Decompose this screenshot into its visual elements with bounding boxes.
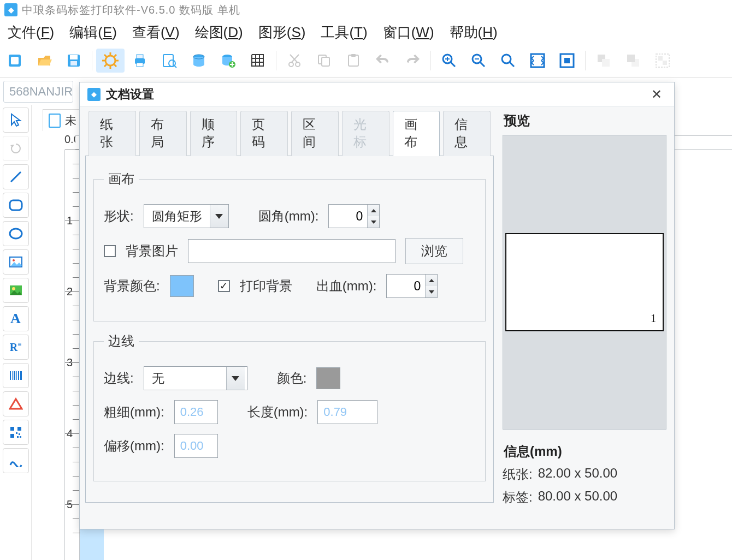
spin-down[interactable]	[426, 286, 437, 297]
menu-view[interactable]: 查看(V)	[132, 23, 180, 42]
roundrect-tool[interactable]	[3, 193, 29, 218]
menu-view-pre: 查看(	[132, 24, 166, 40]
line-tool[interactable]	[3, 164, 29, 189]
spin-up[interactable]	[368, 205, 379, 216]
offset-input[interactable]	[174, 434, 218, 458]
tab-canvas[interactable]: 画布	[393, 111, 440, 156]
printbg-checkbox[interactable]	[218, 280, 230, 292]
zoom-out-button[interactable]	[464, 49, 493, 73]
new-button[interactable]	[1, 49, 29, 73]
bgimg-checkbox[interactable]	[104, 245, 116, 257]
rotate-tool[interactable]	[3, 136, 29, 161]
tab-order[interactable]: 顺序	[190, 111, 238, 156]
image-tool[interactable]	[3, 249, 29, 275]
fit-page-button[interactable]	[553, 49, 581, 73]
spin-down[interactable]	[368, 216, 379, 228]
grid-button[interactable]	[244, 49, 272, 73]
triangle-tool[interactable]	[3, 391, 29, 416]
shape-value: 圆角矩形	[144, 208, 210, 225]
menu-tool[interactable]: 工具(T)	[321, 23, 367, 42]
svg-line-19	[174, 65, 176, 68]
bleed-spinner[interactable]	[386, 274, 438, 298]
document-icon	[49, 114, 61, 128]
menu-shape[interactable]: 图形(S)	[258, 23, 306, 42]
toolbar-separator	[585, 51, 586, 70]
richtext-tool[interactable]: R≡	[3, 335, 29, 360]
corner-spinner[interactable]	[328, 204, 380, 228]
svg-rect-55	[627, 55, 635, 62]
qrcode-tool[interactable]	[3, 420, 29, 445]
menu-file[interactable]: 文件(F)	[8, 23, 54, 42]
barcode-tool[interactable]	[3, 363, 29, 388]
document-tab[interactable]: 未	[43, 109, 82, 131]
svg-rect-16	[137, 63, 143, 67]
curve-tool[interactable]	[3, 448, 29, 473]
border-label: 边线:	[104, 370, 134, 387]
print-preview-button[interactable]	[155, 49, 184, 73]
group-button[interactable]	[648, 49, 677, 73]
close-button[interactable]: ✕	[647, 85, 666, 104]
border-combo[interactable]: 无	[144, 366, 247, 390]
menu-help[interactable]: 帮助(H)	[450, 23, 498, 42]
save-button[interactable]	[60, 49, 88, 73]
bgcolor-swatch[interactable]	[170, 275, 194, 297]
corner-input[interactable]	[329, 205, 367, 228]
bring-front-button[interactable]	[589, 49, 618, 73]
copy-button[interactable]	[310, 49, 338, 73]
ellipse-tool[interactable]	[3, 221, 29, 246]
tab-layout[interactable]: 布局	[139, 111, 187, 156]
menu-draw-pre: 绘图(	[195, 24, 228, 40]
menu-draw-key: D	[228, 24, 238, 40]
select-tool[interactable]	[3, 108, 29, 133]
svg-rect-67	[12, 371, 13, 380]
zoom-reset-button[interactable]	[494, 49, 522, 73]
zoom-in-button[interactable]	[435, 49, 463, 73]
chevron-down-icon	[210, 205, 228, 228]
menu-help-pre: 帮助(	[450, 24, 483, 40]
menu-window[interactable]: 窗口(W)	[383, 23, 434, 42]
svg-point-61	[10, 229, 22, 239]
tab-paper[interactable]: 纸张	[88, 111, 136, 156]
thick-input[interactable]	[174, 400, 218, 424]
length-input[interactable]	[317, 400, 377, 424]
ruler-vertical: 1 2 3 4 5	[64, 150, 80, 560]
tab-range[interactable]: 区间	[291, 111, 339, 156]
send-back-button[interactable]	[619, 49, 647, 73]
redo-button[interactable]	[398, 49, 427, 73]
cut-button[interactable]	[280, 49, 309, 73]
length-label: 长度(mm):	[247, 403, 308, 421]
tab-page[interactable]: 页码	[240, 111, 288, 156]
open-button[interactable]	[30, 49, 58, 73]
bgimg-label: 背景图片	[126, 242, 178, 260]
info-label-row: 标签: 80.00 x 50.00	[503, 488, 666, 506]
undo-button[interactable]	[369, 49, 397, 73]
menu-draw[interactable]: 绘图(D)	[195, 23, 243, 42]
bgcolor-label: 背景颜色:	[104, 277, 160, 295]
paste-button[interactable]	[339, 49, 368, 73]
svg-line-13	[104, 64, 107, 67]
svg-line-59	[11, 172, 21, 182]
database-add-button[interactable]	[214, 49, 243, 73]
main-toolbar	[0, 47, 732, 78]
menu-edit[interactable]: 编辑(E)	[69, 23, 117, 42]
info-label-value: 80.00 x 50.00	[538, 488, 617, 506]
text-tool[interactable]: A	[3, 306, 29, 331]
picture-tool[interactable]	[3, 278, 29, 303]
svg-rect-3	[70, 55, 78, 59]
border-legend: 边线	[104, 332, 139, 350]
browse-button[interactable]: 浏览	[405, 238, 463, 264]
svg-line-41	[451, 62, 455, 67]
fit-width-button[interactable]	[523, 49, 552, 73]
bgimg-path-input[interactable]	[188, 239, 395, 263]
bleed-input[interactable]	[387, 275, 425, 297]
database-button[interactable]	[185, 49, 213, 73]
svg-rect-71	[20, 371, 22, 380]
spin-up[interactable]	[426, 275, 437, 286]
print-button[interactable]	[126, 49, 154, 73]
tab-cursor[interactable]: 光标	[342, 111, 389, 156]
address-field[interactable]: 568NANJIR	[3, 81, 73, 103]
border-color-swatch[interactable]	[316, 367, 340, 389]
tab-info[interactable]: 信息	[443, 111, 491, 156]
shape-combo[interactable]: 圆角矩形	[144, 204, 229, 228]
settings-button[interactable]	[96, 49, 125, 73]
